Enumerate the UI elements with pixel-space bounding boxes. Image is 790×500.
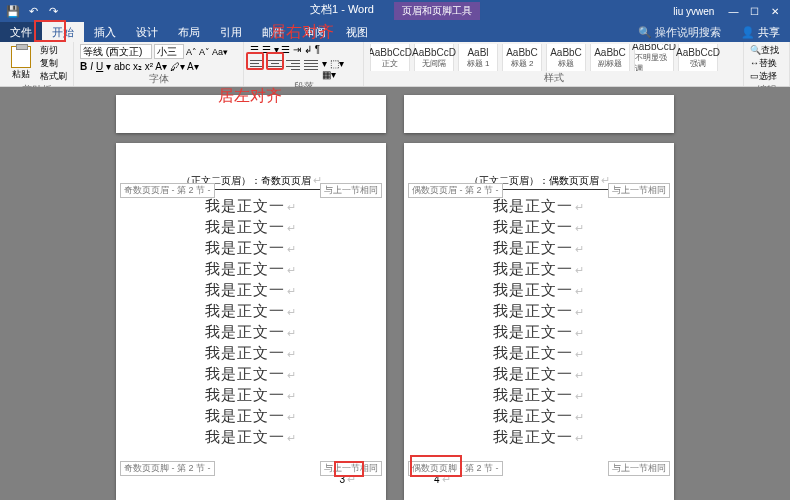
page-even[interactable]: 偶数页页眉 - 第 2 节 - 与上一节相同 （正文二页眉）：偶数页页眉↵ 我是… — [404, 143, 674, 500]
ribbon-tabs: 文件 开始 插入 设计 布局 引用 邮件 审阅 视图 🔍 操作说明搜索 👤 共享 — [0, 22, 790, 42]
body-line: 我是正文一↵ — [146, 364, 356, 385]
user-name[interactable]: liu yvwen — [673, 6, 714, 17]
group-label: 样式 — [370, 71, 737, 86]
highlight-page-number-even — [410, 455, 462, 477]
body-line: 我是正文一↵ — [434, 259, 644, 280]
tag-odd-header: 奇数页页眉 - 第 2 节 - — [120, 183, 215, 198]
body-line: 我是正文一↵ — [146, 280, 356, 301]
body-line: 我是正文一↵ — [434, 322, 644, 343]
body-line: 我是正文一↵ — [146, 238, 356, 259]
tag-same-as-prev: 与上一节相同 — [608, 183, 670, 198]
align-justify-button[interactable] — [304, 58, 318, 70]
tag-same-as-prev: 与上一节相同 — [320, 183, 382, 198]
style-item[interactable]: AaBbCcD不明显强调 — [634, 44, 674, 71]
body-text-even: 我是正文一↵我是正文一↵我是正文一↵我是正文一↵我是正文一↵我是正文一↵我是正文… — [434, 190, 644, 448]
body-line: 我是正文一↵ — [146, 301, 356, 322]
body-line: 我是正文一↵ — [434, 217, 644, 238]
even-page-footer[interactable]: 4↵ — [434, 473, 644, 486]
page-prev-sliver — [116, 95, 386, 133]
style-item[interactable]: AaBbCcD强调 — [678, 44, 718, 71]
group-clipboard: 粘贴 剪切 复制 格式刷 剪贴板 — [0, 42, 74, 86]
highlight-align-left — [246, 52, 264, 70]
redo-icon[interactable]: ↷ — [46, 4, 60, 18]
context-tab-header-footer[interactable]: 页眉和页脚工具 — [394, 2, 480, 20]
bold-button[interactable]: B — [80, 61, 87, 72]
body-line: 我是正文一↵ — [146, 259, 356, 280]
quick-access-toolbar: 💾 ↶ ↷ — [0, 4, 66, 18]
body-line: 我是正文一↵ — [146, 196, 356, 217]
copy-button[interactable]: 复制 — [40, 57, 67, 70]
highlight-page-number-odd — [334, 461, 364, 477]
style-item[interactable]: AaBbC标题 2 — [502, 44, 542, 71]
save-icon[interactable]: 💾 — [6, 4, 20, 18]
tab-review[interactable]: 审阅 — [294, 22, 336, 42]
tab-insert[interactable]: 插入 — [84, 22, 126, 42]
body-text-odd: 我是正文一↵我是正文一↵我是正文一↵我是正文一↵我是正文一↵我是正文一↵我是正文… — [146, 190, 356, 448]
style-item[interactable]: AaBl标题 1 — [458, 44, 498, 71]
body-line: 我是正文一↵ — [434, 427, 644, 448]
style-item[interactable]: AaBbCcD无间隔 — [414, 44, 454, 71]
body-line: 我是正文一↵ — [434, 196, 644, 217]
select-button[interactable]: ▭选择 — [750, 70, 777, 83]
page-prev-sliver — [404, 95, 674, 133]
tab-design[interactable]: 设计 — [126, 22, 168, 42]
body-line: 我是正文一↵ — [146, 385, 356, 406]
ribbon: 粘贴 剪切 复制 格式刷 剪贴板 A˄ A˅ Aa▾ B I U ▾ abc x… — [0, 42, 790, 87]
underline-button[interactable]: U — [96, 61, 103, 72]
group-styles: AaBbCcD正文AaBbCcD无间隔AaBl标题 1AaBbC标题 2AaBb… — [364, 42, 744, 86]
body-line: 我是正文一↵ — [434, 385, 644, 406]
cut-button[interactable]: 剪切 — [40, 44, 67, 57]
replace-button[interactable]: ↔替换 — [750, 57, 777, 70]
font-name-combo[interactable] — [80, 44, 152, 59]
window-controls: — ☐ ✕ — [724, 6, 784, 17]
group-label: 字体 — [80, 72, 237, 87]
tag-even-header: 偶数页页眉 - 第 2 节 - — [408, 183, 503, 198]
body-line: 我是正文一↵ — [434, 343, 644, 364]
group-editing: 🔍查找 ↔替换 ▭选择 编辑 — [744, 42, 790, 86]
body-line: 我是正文一↵ — [434, 406, 644, 427]
body-line: 我是正文一↵ — [146, 406, 356, 427]
style-item[interactable]: AaBbC标题 — [546, 44, 586, 71]
group-font: A˄ A˅ Aa▾ B I U ▾ abc x₂ x² A▾ 🖊▾ A▾ 字体 — [74, 42, 244, 86]
title-bar: 💾 ↶ ↷ 文档1 - Word 页眉和页脚工具 liu yvwen — ☐ ✕ — [0, 0, 790, 22]
body-line: 我是正文一↵ — [146, 322, 356, 343]
body-line: 我是正文一↵ — [434, 364, 644, 385]
align-right-button[interactable] — [286, 58, 300, 70]
format-painter-button[interactable]: 格式刷 — [40, 70, 67, 83]
maximize-icon[interactable]: ☐ — [745, 6, 763, 17]
highlight-home-tab — [34, 20, 66, 42]
close-icon[interactable]: ✕ — [766, 6, 784, 17]
document-area[interactable]: 奇数页页眉 - 第 2 节 - 与上一节相同 （正文二页眉）：奇数页页眉↵ 我是… — [0, 87, 790, 500]
body-line: 我是正文一↵ — [434, 301, 644, 322]
page-odd[interactable]: 奇数页页眉 - 第 2 节 - 与上一节相同 （正文二页眉）：奇数页页眉↵ 我是… — [116, 143, 386, 500]
paste-button[interactable]: 粘贴 — [6, 46, 36, 82]
highlight-align-center — [266, 52, 284, 70]
tab-layout[interactable]: 布局 — [168, 22, 210, 42]
body-line: 我是正文一↵ — [146, 217, 356, 238]
style-item[interactable]: AaBbCcD正文 — [370, 44, 410, 71]
body-line: 我是正文一↵ — [434, 238, 644, 259]
font-size-combo[interactable] — [154, 44, 184, 59]
find-button[interactable]: 🔍查找 — [750, 44, 779, 57]
tab-view[interactable]: 视图 — [336, 22, 378, 42]
body-line: 我是正文一↵ — [434, 280, 644, 301]
document-title: 文档1 - Word — [310, 2, 374, 20]
tab-references[interactable]: 引用 — [210, 22, 252, 42]
share-button[interactable]: 👤 共享 — [731, 22, 790, 42]
body-line: 我是正文一↵ — [146, 427, 356, 448]
tell-me-search[interactable]: 🔍 操作说明搜索 — [628, 22, 731, 42]
italic-button[interactable]: I — [90, 61, 93, 72]
tab-mailings[interactable]: 邮件 — [252, 22, 294, 42]
minimize-icon[interactable]: — — [724, 6, 742, 17]
undo-icon[interactable]: ↶ — [26, 4, 40, 18]
odd-page-footer[interactable]: 3↵ — [146, 473, 356, 486]
body-line: 我是正文一↵ — [146, 343, 356, 364]
paste-icon — [11, 46, 31, 68]
style-item[interactable]: AaBbC副标题 — [590, 44, 630, 71]
